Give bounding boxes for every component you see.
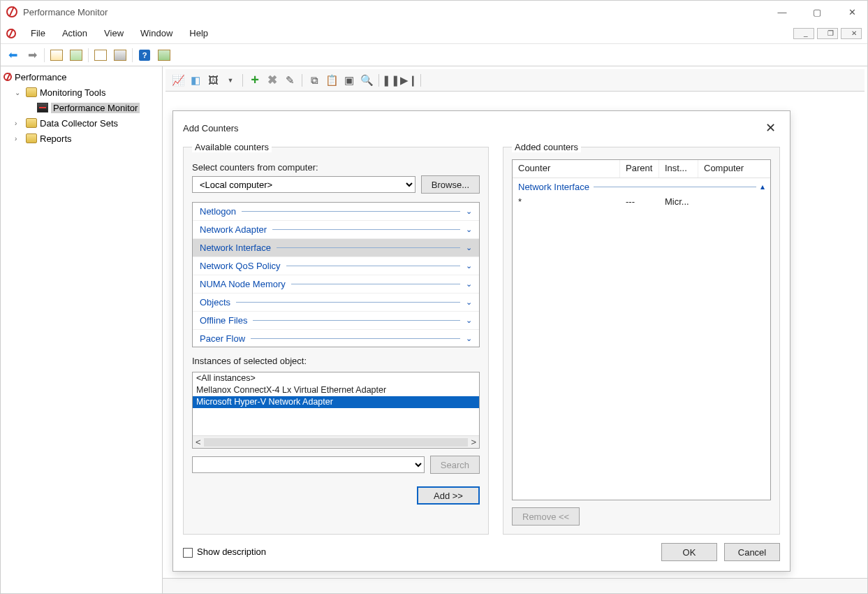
computer-select[interactable]: <Local computer>	[192, 176, 415, 193]
menu-window[interactable]: Window	[133, 27, 179, 40]
print-icon[interactable]	[112, 48, 128, 63]
add-button[interactable]: Add >>	[417, 486, 480, 505]
chevron-down-icon[interactable]: ⌄	[466, 298, 472, 307]
instances-list[interactable]: <All instances>Mellanox ConnectX-4 Lx Vi…	[192, 372, 480, 449]
search-field[interactable]	[192, 456, 425, 473]
browse-button[interactable]: Browse...	[421, 175, 480, 194]
mdi-restore-button[interactable]: ❐	[817, 28, 838, 39]
chevron-down-icon[interactable]: ⌄	[466, 316, 472, 325]
view-histogram-icon[interactable]: ◧	[189, 73, 203, 87]
chevron-down-icon[interactable]: ⌄	[466, 207, 472, 216]
instance-item[interactable]: Mellanox ConnectX-4 Lx Virtual Ethernet …	[193, 384, 479, 396]
tree-node-monitoring-tools[interactable]: ⌄ Monitoring Tools	[2, 85, 161, 100]
tree-node-data-collector-sets[interactable]: › Data Collector Sets	[2, 115, 161, 131]
col-instance[interactable]: Inst...	[659, 160, 698, 178]
minimize-button[interactable]: —	[772, 7, 792, 17]
zoom-icon[interactable]: 🔍	[360, 73, 374, 87]
new-window-icon[interactable]	[93, 48, 108, 63]
remove-button[interactable]: Remove <<	[512, 507, 580, 526]
cancel-button[interactable]: Cancel	[724, 543, 780, 561]
dropdown-icon[interactable]: ▼	[223, 73, 237, 87]
counter-item[interactable]: Network Interface⌄	[193, 239, 479, 257]
status-bar	[163, 578, 867, 593]
expand-icon[interactable]: ›	[15, 119, 23, 127]
added-counter-row[interactable]: * --- Micr...	[513, 195, 770, 210]
performance-icon	[3, 73, 12, 81]
tree-node-performance[interactable]: Performance	[2, 69, 161, 85]
separator	[88, 48, 89, 62]
copy-icon[interactable]: ⧉	[307, 73, 321, 87]
menu-help[interactable]: Help	[182, 27, 215, 40]
dialog-title: Add Counters	[183, 123, 239, 133]
back-icon[interactable]	[5, 48, 20, 63]
forward-icon[interactable]	[24, 48, 40, 63]
help-icon[interactable]: ?	[137, 48, 152, 63]
cell-computer	[698, 195, 770, 210]
separator	[302, 74, 302, 87]
counter-item[interactable]: Network Adapter⌄	[193, 221, 479, 239]
scroll-right-icon[interactable]: >	[471, 437, 476, 447]
menu-file[interactable]: File	[24, 27, 52, 40]
collapse-icon[interactable]: ▴	[760, 182, 765, 191]
chevron-down-icon[interactable]: ⌄	[466, 261, 472, 270]
view-report-icon[interactable]: 🖼	[206, 73, 220, 87]
counter-name: Pacer Flow	[200, 333, 245, 344]
select-computer-label: Select counters from computer:	[192, 162, 480, 173]
line	[272, 229, 460, 230]
instance-item[interactable]: <All instances>	[193, 372, 479, 384]
counter-item[interactable]: NUMA Node Memory⌄	[193, 275, 479, 294]
counter-item[interactable]: Network QoS Policy⌄	[193, 257, 479, 275]
add-counter-icon[interactable]: +	[248, 73, 262, 87]
menu-view[interactable]: View	[97, 27, 131, 40]
counter-item[interactable]: Offline Files⌄	[193, 312, 479, 330]
properties-icon[interactable]	[68, 48, 84, 63]
search-button[interactable]: Search	[430, 456, 480, 474]
tree-node-reports[interactable]: › Reports	[2, 131, 161, 146]
instance-item[interactable]: Microsoft Hyper-V Network Adapter	[193, 396, 479, 408]
app-icon	[6, 6, 17, 17]
properties-icon[interactable]: ▣	[342, 73, 356, 87]
added-counters-legend: Added counters	[512, 142, 581, 152]
paste-icon[interactable]: 📋	[325, 73, 339, 87]
counter-list[interactable]: Netlogon⌄Network Adapter⌄Network Interfa…	[192, 202, 480, 347]
counter-item[interactable]: Pacer Flow⌄	[193, 330, 479, 347]
added-group-row[interactable]: Network Interface ▴	[513, 178, 770, 195]
counter-item[interactable]: Objects⌄	[193, 294, 479, 312]
expand-icon[interactable]: ›	[15, 135, 23, 143]
maximize-button[interactable]: ▢	[807, 7, 827, 17]
mdi-minimize-button[interactable]: _	[793, 28, 814, 39]
checkbox-icon[interactable]	[183, 548, 193, 558]
horizontal-scrollbar[interactable]: < >	[193, 435, 479, 448]
col-counter[interactable]: Counter	[513, 160, 620, 178]
mdi-close-button[interactable]: ✕	[841, 28, 862, 39]
run-icon[interactable]	[156, 48, 172, 63]
ok-button[interactable]: OK	[661, 543, 717, 561]
tree-node-performance-monitor[interactable]: Performance Monitor	[2, 100, 161, 115]
navigation-tree[interactable]: Performance ⌄ Monitoring Tools Performan…	[1, 66, 163, 593]
col-computer[interactable]: Computer	[698, 160, 770, 178]
tree-label: Reports	[40, 133, 72, 144]
title-bar: Performance Monitor — ▢ ✕	[1, 1, 867, 23]
scrollbar-track[interactable]	[204, 438, 469, 447]
scroll-left-icon[interactable]: <	[196, 437, 201, 447]
chevron-down-icon[interactable]: ⌄	[466, 280, 472, 289]
col-parent[interactable]: Parent	[620, 160, 659, 178]
show-hide-tree-icon[interactable]	[49, 48, 64, 63]
counter-item[interactable]: Netlogon⌄	[193, 203, 479, 221]
folder-icon	[26, 133, 37, 143]
dialog-close-button[interactable]: ✕	[761, 120, 780, 136]
chevron-down-icon[interactable]: ⌄	[466, 243, 472, 252]
chevron-down-icon[interactable]: ⌄	[466, 225, 472, 234]
added-counters-table[interactable]: Counter Parent Inst... Computer Network …	[512, 159, 771, 500]
delete-counter-icon[interactable]: ✖	[265, 73, 279, 87]
show-description-checkbox[interactable]: Show description	[183, 546, 266, 558]
freeze-icon[interactable]: ❚❚	[384, 73, 398, 87]
chevron-down-icon[interactable]: ⌄	[466, 334, 472, 343]
menu-action[interactable]: Action	[55, 27, 94, 40]
collapse-icon[interactable]: ⌄	[15, 89, 23, 96]
add-counters-dialog: Add Counters ✕ Available counters Select…	[172, 110, 790, 572]
update-icon[interactable]: ▶❙	[402, 73, 415, 87]
close-button[interactable]: ✕	[842, 7, 862, 17]
highlight-icon[interactable]: ✎	[283, 73, 297, 87]
view-chart-icon[interactable]: 📈	[171, 73, 185, 87]
